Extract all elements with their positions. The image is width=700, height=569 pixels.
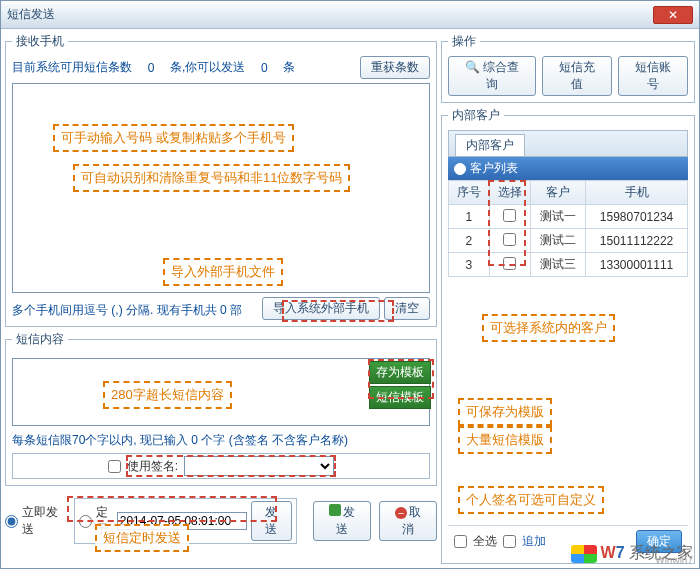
phone-textarea[interactable]: 可手动输入号码 或复制粘贴多个手机号 可自动识别和清除重复号码和非11位数字号码…	[12, 83, 430, 293]
query-button[interactable]: 🔍 综合查询	[448, 56, 536, 96]
phone-hint: 多个手机间用逗号 (,) 分隔. 现有手机共 0 部	[12, 302, 258, 319]
window-title: 短信发送	[7, 6, 653, 23]
send-button[interactable]: 发送	[313, 501, 371, 541]
quota-pre: 目前系统可用短信条数	[12, 59, 132, 76]
append-label[interactable]: 追加	[522, 533, 546, 550]
signature-label: 使用签名:	[127, 458, 178, 475]
row-checkbox[interactable]	[503, 209, 516, 222]
table-row[interactable]: 3测试三13300001111	[449, 253, 688, 277]
col-phone: 手机	[586, 181, 688, 205]
tabbar: 内部客户	[448, 130, 688, 157]
customers-panel: 内部客户 内部客户 客户列表 序号 选择 客户 手机 1测试一159807012…	[441, 107, 695, 564]
use-signature-checkbox[interactable]	[108, 460, 121, 473]
operations-panel: 操作 🔍 综合查询 短信充值 短信账号	[441, 33, 695, 103]
watermark: W7 系统之家 Winwin7	[571, 543, 693, 564]
char-limit-hint: 每条短信限70个字以内, 现已输入 0 个字 (含签名 不含客户名称)	[12, 432, 430, 449]
app-window: 短信发送 ✕ 接收手机 目前系统可用短信条数 0 条,你可以发送 0 条 重获条…	[0, 0, 700, 569]
signature-select[interactable]	[184, 456, 334, 476]
refresh-quota-button[interactable]: 重获条数	[360, 56, 430, 79]
table-row[interactable]: 1测试一15980701234	[449, 205, 688, 229]
send-now-option[interactable]: 立即发送	[5, 504, 66, 538]
import-phones-button[interactable]: 导入系统外部手机	[262, 297, 380, 320]
cancel-icon: –	[395, 507, 407, 519]
recharge-button[interactable]: 短信充值	[542, 56, 612, 96]
send-now-radio[interactable]	[5, 515, 18, 528]
list-header: 客户列表	[448, 157, 688, 180]
send-row: 立即发送 定于 发送 发送 –取消 短信定时发送	[5, 496, 437, 546]
annotation: 280字超长短信内容	[103, 381, 232, 409]
send-unit: 条	[283, 59, 295, 76]
col-seq: 序号	[449, 181, 490, 205]
col-select: 选择	[489, 181, 530, 205]
send-count: 0	[249, 61, 279, 75]
save-template-button[interactable]: 存为模板	[369, 361, 431, 384]
receive-legend: 接收手机	[12, 33, 68, 50]
sms-template-button[interactable]: 短信模板	[369, 386, 431, 409]
operations-legend: 操作	[448, 33, 480, 50]
tab-customers[interactable]: 内部客户	[455, 134, 525, 156]
annotation: 可手动输入号码 或复制粘贴多个手机号	[53, 124, 294, 152]
cancel-button[interactable]: –取消	[379, 501, 437, 541]
row-checkbox[interactable]	[503, 257, 516, 270]
customer-table: 序号 选择 客户 手机 1测试一15980701234 2测试二15011112…	[448, 180, 688, 277]
message-panel: 短信内容 280字超长短信内容 存为模板 短信模板 每条短信限70个字以内, 现…	[5, 331, 437, 486]
send-icon	[329, 504, 341, 516]
annotation: 导入外部手机文件	[163, 258, 283, 286]
customers-legend: 内部客户	[448, 107, 504, 124]
table-row[interactable]: 2测试二15011112222	[449, 229, 688, 253]
annotation: 可自动识别和清除重复号码和非11位数字号码	[73, 164, 350, 192]
receive-panel: 接收手机 目前系统可用短信条数 0 条,你可以发送 0 条 重获条数 可手动输入…	[5, 33, 437, 327]
people-icon	[454, 163, 466, 175]
clear-phones-button[interactable]: 清空	[384, 297, 430, 320]
schedule-time-input[interactable]	[117, 512, 247, 530]
message-textarea[interactable]: 280字超长短信内容 存为模板 短信模板	[12, 358, 430, 426]
search-icon: 🔍	[465, 60, 480, 74]
col-name: 客户	[530, 181, 586, 205]
row-checkbox[interactable]	[503, 233, 516, 246]
send-sched-radio[interactable]	[79, 515, 92, 528]
close-icon[interactable]: ✕	[653, 6, 693, 24]
quota-count: 0	[136, 61, 166, 75]
message-legend: 短信内容	[12, 331, 68, 348]
titlebar: 短信发送 ✕	[1, 1, 699, 29]
append-checkbox[interactable]	[503, 535, 516, 548]
select-all-checkbox[interactable]	[454, 535, 467, 548]
account-button[interactable]: 短信账号	[618, 56, 688, 96]
quota-unit: 条,你可以发送	[170, 59, 245, 76]
logo-icon	[571, 545, 597, 563]
send-scheduled-option[interactable]: 定于	[79, 504, 112, 538]
select-all-label: 全选	[473, 533, 497, 550]
schedule-send-button[interactable]: 发送	[251, 501, 292, 541]
